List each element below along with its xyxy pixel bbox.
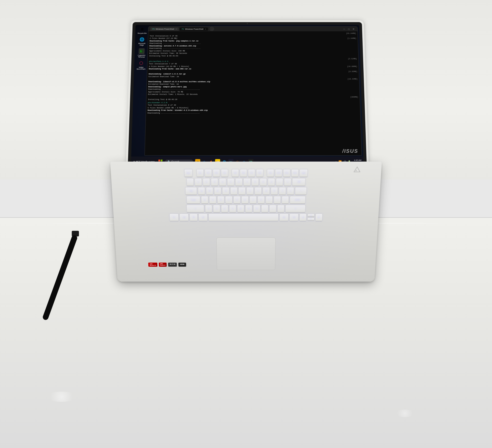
key-del[interactable]: Del <box>300 169 308 177</box>
key-semicolon[interactable]: ; <box>274 196 281 204</box>
ps-tab-2[interactable]: PS Windows PowerShell × <box>180 27 208 31</box>
key-f8[interactable]: F8 <box>256 169 263 177</box>
key-right[interactable]: ► <box>315 214 322 221</box>
key-ralt[interactable]: Alt <box>279 214 289 221</box>
key-win[interactable]: ❖ <box>189 214 198 221</box>
key-q[interactable]: Q <box>198 187 205 195</box>
key-p[interactable]: P <box>271 187 278 195</box>
key-lctrl[interactable]: Ctrl <box>179 214 189 221</box>
key-m[interactable]: M <box>253 205 260 213</box>
key-backtick[interactable]: ` <box>187 178 194 186</box>
key-y[interactable]: Y <box>238 187 245 195</box>
key-u[interactable]: U <box>247 187 254 195</box>
key-up[interactable]: ▲ <box>308 214 315 217</box>
key-f9[interactable]: F9 <box>267 169 274 177</box>
key-fn[interactable]: Fn <box>169 214 179 221</box>
key-lshift[interactable]: ⇧ <box>187 205 204 213</box>
key-9[interactable]: 9 <box>260 178 267 186</box>
key-h[interactable]: H <box>241 196 249 204</box>
key-2[interactable]: 2 <box>203 178 210 186</box>
key-period[interactable]: . <box>269 205 276 213</box>
keyboard-row-qwerty: Tab Q W E R T Y U I O P [ ] \ <box>127 187 365 195</box>
key-x[interactable]: X <box>213 205 220 213</box>
terminal-line: Downloading From Cache: aom-350.tar.xz <box>149 68 357 70</box>
keyboard-row-asdf: Caps A S D F G H J K L ; ' Enter <box>127 196 364 204</box>
windows-desktop: 🗑 Recycle Bin 🌐 MicrosoftEdge $ Cygwin64… <box>131 25 364 167</box>
key-quote[interactable]: ' <box>282 196 289 204</box>
key-3[interactable]: 3 <box>211 178 218 186</box>
key-n[interactable]: N <box>245 205 252 213</box>
key-f[interactable]: F <box>225 196 232 204</box>
key-enter[interactable]: Enter <box>290 196 306 204</box>
key-caps[interactable]: Caps <box>187 196 200 204</box>
key-e[interactable]: E <box>214 187 221 195</box>
key-tab[interactable]: Tab <box>185 187 197 195</box>
key-l[interactable]: L <box>265 196 273 204</box>
edge-image: 🌐 <box>139 36 145 42</box>
key-f7[interactable]: F7 <box>248 169 255 177</box>
ps-tab-1[interactable]: PS Windows PowerShell × <box>150 27 179 31</box>
key-comma[interactable]: , <box>261 205 269 213</box>
key-f4[interactable]: F4 <box>221 169 228 177</box>
key-backspace[interactable]: ⌫ <box>292 178 305 186</box>
key-c[interactable]: C <box>221 205 228 213</box>
key-rctrl[interactable]: Ctrl <box>289 214 299 221</box>
key-slash[interactable]: / <box>277 205 284 213</box>
key-g[interactable]: G <box>233 196 241 204</box>
key-z[interactable]: Z <box>205 205 212 213</box>
key-i[interactable]: I <box>254 187 262 195</box>
key-j[interactable]: J <box>250 196 257 204</box>
terminal-line: Downloading ............................… <box>147 112 358 114</box>
key-lbracket[interactable]: [ <box>279 187 286 195</box>
key-left[interactable]: ◄ <box>299 214 306 221</box>
desktop-icons: 🗑 Recycle Bin 🌐 MicrosoftEdge $ Cygwin64… <box>136 26 148 70</box>
key-r[interactable]: R <box>222 187 229 195</box>
key-0[interactable]: 0 <box>268 178 275 186</box>
minimize-button[interactable]: ─ <box>342 27 346 31</box>
key-down[interactable]: ▼ <box>307 217 314 221</box>
key-f5[interactable]: F5 <box>232 169 239 177</box>
key-a[interactable]: A <box>201 196 208 204</box>
key-backslash[interactable]: \ <box>295 187 307 195</box>
recycle-bin-icon[interactable]: 🗑 Recycle Bin <box>137 26 148 34</box>
keyboard-row-bottom: Fn Ctrl ❖ Alt Alt Ctrl ◄ ▲ ▼ ► <box>128 214 364 221</box>
key-space[interactable] <box>209 214 279 221</box>
key-b[interactable]: B <box>237 205 244 213</box>
new-tab-button[interactable]: + <box>210 27 214 31</box>
trackpad[interactable] <box>216 237 276 270</box>
key-f6[interactable]: F6 <box>240 169 247 177</box>
key-t[interactable]: T <box>230 187 238 195</box>
key-f12[interactable]: F12 <box>291 169 299 177</box>
powershell-window: PS Windows PowerShell × PS Windows Power… <box>145 26 362 156</box>
terminal-line: Downloading ............................… <box>149 47 357 50</box>
indigo-icon[interactable]: ⬡ IndigoBenchmark <box>136 60 147 70</box>
key-5[interactable]: 5 <box>227 178 234 186</box>
key-v[interactable]: V <box>229 205 236 213</box>
key-s[interactable]: S <box>209 196 216 204</box>
key-4[interactable]: 4 <box>219 178 226 186</box>
key-k[interactable]: K <box>258 196 265 204</box>
edge-icon[interactable]: 🌐 MicrosoftEdge <box>136 36 148 46</box>
key-6[interactable]: 6 <box>235 178 242 186</box>
key-o[interactable]: O <box>263 187 270 195</box>
key-d[interactable]: D <box>217 196 224 204</box>
key-7[interactable]: 7 <box>243 178 251 186</box>
key-w[interactable]: W <box>206 187 213 195</box>
key-1[interactable]: 1 <box>195 178 202 186</box>
key-lalt[interactable]: Alt <box>199 214 208 221</box>
key-equals[interactable]: = <box>284 178 291 186</box>
key-f3[interactable]: F3 <box>213 169 220 177</box>
key-f1[interactable]: F1 <box>197 169 204 177</box>
key-8[interactable]: 8 <box>252 178 259 186</box>
key-minus[interactable]: - <box>276 178 283 186</box>
key-rbracket[interactable]: ] <box>287 187 294 195</box>
key-f2[interactable]: F2 <box>205 169 212 177</box>
maximize-button[interactable]: □ <box>347 27 351 31</box>
key-esc[interactable]: Esc <box>184 169 193 177</box>
key-rshift[interactable]: ⇧ <box>285 205 305 213</box>
screen-bezel: 🗑 Recycle Bin 🌐 MicrosoftEdge $ Cygwin64… <box>128 22 367 170</box>
cygwin-icon[interactable]: $ Cygwin64Terminal <box>136 48 147 58</box>
close-button[interactable]: ✕ <box>352 27 356 31</box>
key-f10[interactable]: F10 <box>275 169 282 177</box>
key-f11[interactable]: F11 <box>283 169 290 177</box>
